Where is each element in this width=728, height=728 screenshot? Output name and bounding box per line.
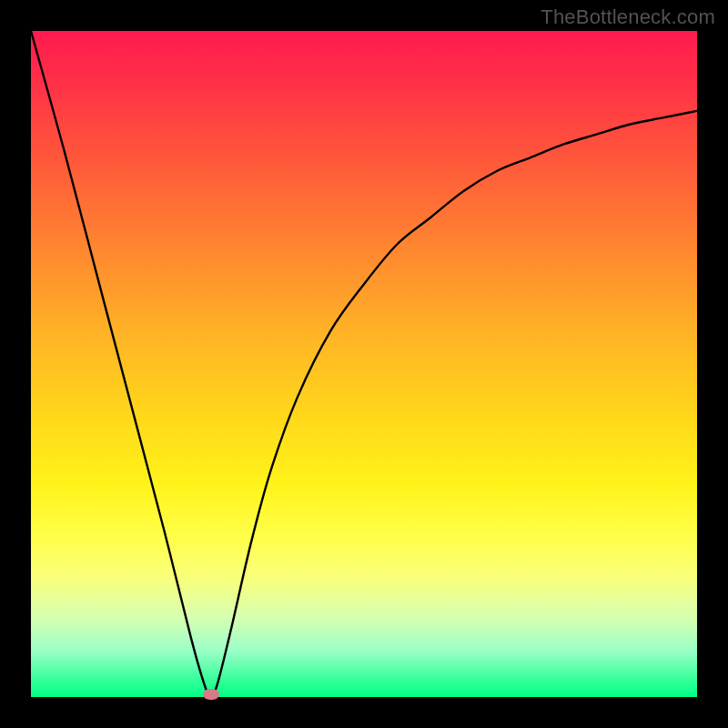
plot-area bbox=[31, 31, 697, 697]
watermark-text: TheBottleneck.com bbox=[541, 5, 715, 29]
chart-frame: TheBottleneck.com bbox=[0, 0, 728, 728]
curve-path bbox=[31, 31, 697, 697]
optimal-point-marker bbox=[203, 689, 219, 700]
bottleneck-curve bbox=[31, 31, 697, 697]
